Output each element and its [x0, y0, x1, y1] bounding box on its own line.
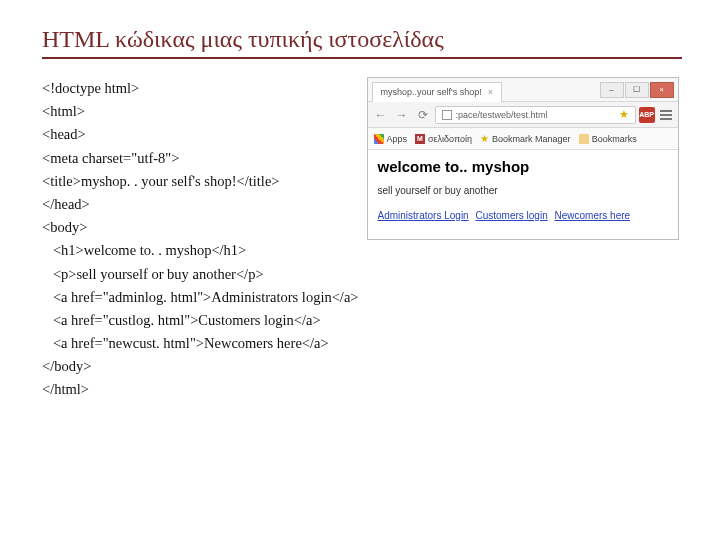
- hamburger-menu-icon[interactable]: [658, 107, 674, 123]
- bookmark-manager-label: Bookmark Manager: [492, 134, 571, 144]
- slide-title: HTML κώδικας μιας τυπικής ιστοσελίδας: [42, 26, 678, 53]
- bookmarks-folder-label: Bookmarks: [592, 134, 637, 144]
- browser-toolbar: ← → ⟳ :pace/testweb/test.html ★ ABP: [368, 102, 678, 128]
- browser-titlebar: myshop..your self's shop! × – ☐ ×: [368, 78, 678, 102]
- bookmark-manager-item[interactable]: ★ Bookmark Manager: [480, 133, 571, 144]
- address-bar[interactable]: :pace/testweb/test.html ★: [435, 106, 636, 124]
- close-button[interactable]: ×: [650, 82, 674, 98]
- back-button[interactable]: ←: [372, 106, 390, 124]
- star-icon: ★: [480, 133, 489, 144]
- maximize-button[interactable]: ☐: [625, 82, 649, 98]
- abp-extension-icon[interactable]: ABP: [639, 107, 655, 123]
- newcomers-link[interactable]: Newcomers here: [555, 210, 631, 221]
- customers-login-link[interactable]: Customers login: [475, 210, 547, 221]
- bookmark-star-icon[interactable]: ★: [619, 108, 629, 121]
- m-icon: M: [415, 134, 425, 144]
- tab-title: myshop..your self's shop!: [381, 87, 482, 97]
- apps-bookmark[interactable]: Apps: [374, 134, 408, 144]
- page-links-row: Administrators Login Customers login New…: [378, 210, 668, 221]
- apps-icon: [374, 134, 384, 144]
- page-icon: [442, 110, 452, 120]
- minimize-button[interactable]: –: [600, 82, 624, 98]
- bookmark-2-label: σελιδοποίη: [428, 134, 472, 144]
- address-text: :pace/testweb/test.html: [456, 110, 548, 120]
- page-heading: welcome to.. myshop: [378, 158, 668, 175]
- bookmark-item-2[interactable]: M σελιδοποίη: [415, 134, 472, 144]
- page-paragraph: sell yourself or buy another: [378, 185, 668, 196]
- admin-login-link[interactable]: Administrators Login: [378, 210, 469, 221]
- tab-close-icon[interactable]: ×: [488, 87, 493, 97]
- browser-mock: myshop..your self's shop! × – ☐ × ← → ⟳ …: [367, 77, 679, 240]
- bookmarks-folder[interactable]: Bookmarks: [579, 134, 637, 144]
- rendered-page: welcome to.. myshop sell yourself or buy…: [368, 150, 678, 239]
- apps-label: Apps: [387, 134, 408, 144]
- browser-tab[interactable]: myshop..your self's shop! ×: [372, 82, 503, 102]
- reload-button[interactable]: ⟳: [414, 106, 432, 124]
- html-code-block: <!doctype html> <html> <head> <meta char…: [42, 77, 359, 402]
- bookmarks-bar: Apps M σελιδοποίη ★ Bookmark Manager Boo…: [368, 128, 678, 150]
- forward-button[interactable]: →: [393, 106, 411, 124]
- title-underline: [42, 57, 682, 59]
- window-controls: – ☐ ×: [600, 82, 674, 98]
- folder-icon: [579, 134, 589, 144]
